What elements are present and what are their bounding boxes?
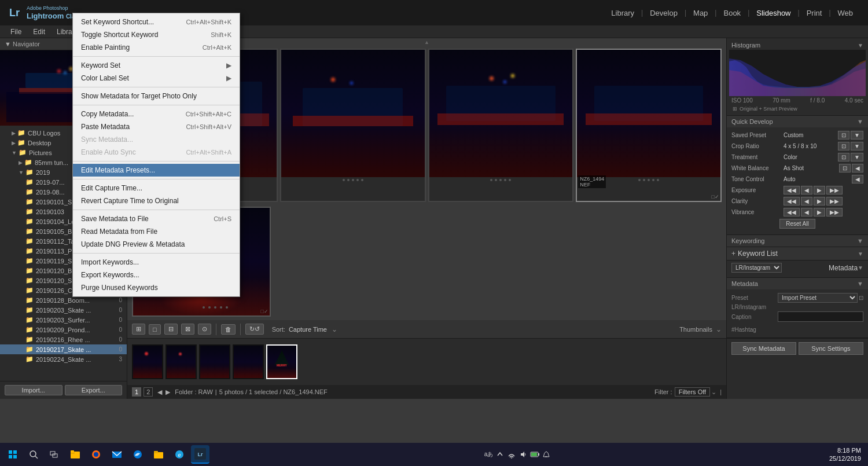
folder-item[interactable]: 📁 20190216_Rhee ... 0 — [0, 335, 127, 344]
treatment-dropdown[interactable]: ▼ — [851, 153, 863, 162]
nav-library[interactable]: Library — [605, 6, 640, 20]
grid-view-button[interactable]: ⊞ — [132, 324, 145, 335]
compare-view-button[interactable]: ⊟ — [164, 324, 178, 335]
folder-arrow[interactable]: ▶ — [12, 130, 16, 136]
exposure-dec[interactable]: ◀ — [801, 186, 812, 195]
white-balance-prev[interactable]: ◀ — [852, 164, 863, 173]
folder-item[interactable]: 📁 20190209_Prond... 0 — [0, 325, 127, 335]
nav-map[interactable]: Map — [687, 6, 713, 20]
photo-cell[interactable] — [280, 49, 426, 202]
start-button[interactable] — [3, 445, 22, 464]
nav-left-icon[interactable]: ◀ — [157, 388, 162, 396]
up-arrow-icon[interactable] — [495, 450, 505, 459]
treatment-edit[interactable]: ⊡ — [838, 153, 849, 162]
photo-cell[interactable] — [428, 49, 574, 202]
toggle-shortcut-keyword[interactable]: Toggle Shortcut Keyword Shift+K — [73, 28, 240, 41]
language-icon[interactable]: aあ — [484, 450, 493, 459]
nav-right-icon[interactable]: ▶ — [165, 388, 170, 396]
sort-arrow[interactable]: ⌄ — [332, 325, 337, 333]
vibrance-dec[interactable]: ◀ — [801, 208, 812, 217]
caption-input[interactable] — [778, 311, 863, 322]
color-label-set[interactable]: Color Label Set ▶ — [73, 72, 240, 85]
nav-develop[interactable]: Develop — [644, 6, 683, 20]
keyword-set[interactable]: Keyword Set ▶ — [73, 59, 240, 72]
folder-icon-taskbar[interactable] — [149, 445, 168, 464]
clarity-dec[interactable]: ◀ — [801, 197, 812, 206]
people-view-button[interactable]: ⊙ — [198, 324, 211, 335]
metadata-arrow[interactable]: ▼ — [858, 265, 863, 271]
exposure-dec-big[interactable]: ◀◀ — [784, 186, 800, 195]
sort-value[interactable]: Capture Time — [289, 326, 327, 333]
crop-ratio-dropdown[interactable]: ▼ — [851, 142, 863, 151]
mail-icon[interactable] — [108, 445, 126, 464]
folder-arrow[interactable]: ▶ — [12, 140, 16, 146]
purge-unused-keywords[interactable]: Purge Unused Keywords — [73, 281, 240, 294]
vibrance-inc-big[interactable]: ▶▶ — [826, 208, 843, 217]
task-view-icon[interactable] — [45, 445, 64, 464]
white-balance-edit[interactable]: ⊡ — [839, 164, 851, 173]
firefox-icon[interactable] — [87, 445, 105, 464]
clarity-inc-big[interactable]: ▶▶ — [826, 197, 843, 206]
folder-item[interactable]: 📁 20190224_Skate ... 3 — [0, 354, 127, 364]
exposure-inc-big[interactable]: ▶▶ — [826, 186, 843, 195]
nav-slideshow[interactable]: Slideshow — [751, 6, 796, 20]
file-explorer-icon[interactable] — [66, 445, 84, 464]
folder-item-selected[interactable]: 📁 20190217_Skate ... 0 — [0, 344, 127, 354]
save-metadata-to-file[interactable]: Save Metadata to File Ctrl+S — [73, 212, 240, 225]
nav-print[interactable]: Print — [801, 6, 828, 20]
filmstrip-thumb[interactable] — [199, 344, 230, 379]
nav-book[interactable]: Book — [718, 6, 746, 20]
lightroom-taskbar-icon[interactable]: Lr — [191, 445, 209, 464]
nav-web[interactable]: Web — [832, 6, 859, 20]
export-button[interactable]: Export... — [65, 385, 123, 395]
exposure-inc[interactable]: ▶ — [814, 186, 825, 195]
filmstrip-thumb[interactable] — [132, 344, 163, 379]
import-button[interactable]: Import... — [5, 385, 62, 395]
vibrance-dec-big[interactable]: ◀◀ — [784, 208, 800, 217]
menu-edit[interactable]: Edit — [27, 27, 51, 37]
notification-icon[interactable] — [542, 450, 551, 459]
edit-capture-time[interactable]: Edit Capture Time... — [73, 182, 240, 195]
page-2[interactable]: 2 — [144, 387, 153, 397]
folder-arrow[interactable]: ▼ — [19, 170, 24, 175]
survey-view-button[interactable]: ⊠ — [181, 324, 194, 335]
crop-ratio-edit[interactable]: ⊡ — [838, 142, 849, 151]
set-keyword-shortcut[interactable]: Set Keyword Shortcut... Ctrl+Alt+Shift+K — [73, 16, 240, 28]
filter-dropdown-icon[interactable]: ⌄ — [711, 388, 716, 396]
export-keywords[interactable]: Export Keywords... — [73, 269, 240, 281]
thumbnails-arrow[interactable]: ⌄ — [716, 325, 722, 333]
filter-value[interactable]: Filters Off — [675, 387, 710, 397]
keyword-list-arrow[interactable]: ▼ — [858, 251, 863, 257]
delete-button[interactable]: 🗑 — [221, 324, 236, 335]
metadata-panel-header[interactable]: Metadata ▼ — [727, 278, 868, 289]
reset-all-button[interactable]: Reset All — [779, 219, 815, 229]
edit-metadata-presets[interactable]: Edit Metadata Presets... — [73, 164, 240, 177]
filter-expand-icon[interactable]: | — [720, 388, 722, 395]
battery-icon[interactable] — [530, 450, 539, 459]
network-icon[interactable] — [507, 450, 516, 459]
edge-icon[interactable] — [128, 445, 147, 464]
menu-file[interactable]: File — [5, 27, 27, 37]
read-metadata-from-file[interactable]: Read Metadata from File — [73, 225, 240, 238]
filmstrip-thumb[interactable] — [165, 344, 197, 379]
revert-capture-time[interactable]: Revert Capture Time to Original — [73, 195, 240, 207]
update-dng-preview[interactable]: Update DNG Preview & Metadata — [73, 238, 240, 251]
volume-icon[interactable] — [518, 450, 528, 459]
folder-arrow[interactable]: ▼ — [12, 150, 17, 156]
folder-item[interactable]: 📁 20190203_Skate ... 0 — [0, 305, 127, 315]
show-metadata-target[interactable]: Show Metadata for Target Photo Only — [73, 90, 240, 102]
page-1[interactable]: 1 — [132, 387, 141, 397]
ie-icon[interactable]: e — [170, 445, 189, 464]
folder-arrow[interactable]: ▶ — [19, 160, 23, 166]
vibrance-inc[interactable]: ▶ — [814, 208, 825, 217]
keyword-list-plus[interactable]: + — [731, 249, 735, 258]
sync-metadata-button[interactable]: Sync Metadata — [731, 342, 796, 355]
folder-item[interactable]: 📁 20190203_Surfer... 0 — [0, 315, 127, 325]
tone-control-prev[interactable]: ◀ — [852, 175, 863, 184]
rotate-button[interactable]: ↻↺ — [245, 324, 264, 335]
filmstrip-thumb[interactable] — [233, 344, 264, 379]
preset-select[interactable]: Import Preset — [778, 293, 858, 303]
enable-painting[interactable]: Enable Painting Ctrl+Alt+K — [73, 41, 240, 54]
histogram-collapse-arrow[interactable]: ▼ — [858, 42, 863, 49]
import-keywords[interactable]: Import Keywords... — [73, 256, 240, 269]
